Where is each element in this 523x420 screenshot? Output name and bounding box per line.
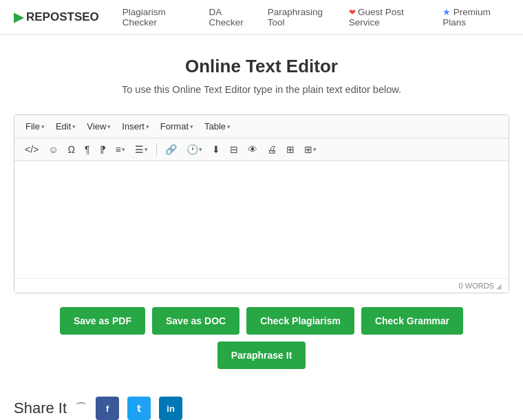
- share-twitter-button[interactable]: 𝕥: [127, 397, 151, 420]
- edit-menu[interactable]: Edit ▾: [52, 119, 80, 134]
- file-menu[interactable]: File ▾: [21, 119, 49, 134]
- special-chars-icon[interactable]: Ω: [65, 142, 78, 157]
- editor-textarea[interactable]: [14, 161, 509, 278]
- word-count-value: 0 WORDS: [459, 282, 494, 290]
- clock-icon[interactable]: 🕐 ▾: [183, 142, 206, 157]
- nav-paraphrasing-tool[interactable]: Paraphrasing Tool: [268, 7, 335, 28]
- code-icon[interactable]: </>: [21, 142, 42, 157]
- check-plagiarism-button[interactable]: Check Plagiarism: [246, 307, 354, 335]
- pilcrow-icon[interactable]: ⁋: [96, 142, 109, 157]
- table-grid-icon[interactable]: ⊞ ▾: [301, 142, 320, 157]
- format-menu[interactable]: Format ▾: [156, 119, 198, 134]
- editor-menubar: File ▾ Edit ▾ View ▾ Insert ▾ Format ▾ T…: [14, 115, 509, 138]
- edit-menu-chevron: ▾: [72, 123, 76, 130]
- link-icon[interactable]: 🔗: [162, 142, 180, 157]
- action-buttons-row: Save as PDF Save as DOC Check Plagiarism…: [14, 307, 509, 369]
- editor-container: File ▾ Edit ▾ View ▾ Insert ▾ Format ▾ T…: [14, 114, 509, 293]
- print-icon[interactable]: 🖨: [264, 142, 280, 157]
- nav-premium-plans[interactable]: Premium Plans: [442, 7, 509, 28]
- share-facebook-button[interactable]: f: [96, 397, 119, 420]
- share-label: Share It: [14, 399, 67, 417]
- page-subtitle: To use this Online Text Editor type in t…: [14, 84, 509, 95]
- toolbar-separator-1: [156, 143, 157, 156]
- preview-icon[interactable]: 👁: [244, 142, 261, 157]
- paraphrase-button[interactable]: Paraphrase It: [217, 342, 306, 369]
- share-section: Share It ⌒ f 𝕥 in: [14, 390, 509, 420]
- logo[interactable]: ▶ REPOSTSEO: [14, 10, 99, 25]
- download-icon[interactable]: ⬇: [209, 142, 224, 157]
- format-menu-chevron: ▾: [190, 123, 193, 130]
- table-menu-chevron: ▾: [227, 123, 231, 130]
- editor-toolbar: </> ☺ Ω ¶ ⁋ ≡ ▾ ☰ ▾ 🔗 🕐 ▾ ⬇ ⊟ 👁 🖨 ⊞ ⊞ ▾: [14, 138, 509, 161]
- check-grammar-button[interactable]: Check Grammar: [361, 307, 463, 335]
- word-count-bar: 0 WORDS ◢: [14, 278, 509, 293]
- insert-menu[interactable]: Insert ▾: [118, 119, 153, 134]
- share-arrow-icon: ⌒: [75, 400, 87, 417]
- save-pdf-button[interactable]: Save as PDF: [60, 307, 145, 335]
- page-title: Online Text Editor: [14, 56, 509, 77]
- save-doc-button[interactable]: Save as DOC: [152, 307, 239, 335]
- resize-handle-icon[interactable]: ◢: [496, 282, 502, 290]
- insert-menu-chevron: ▾: [146, 123, 149, 130]
- view-menu[interactable]: View ▾: [83, 119, 115, 134]
- file-menu-chevron: ▾: [41, 123, 45, 130]
- navbar: ▶ REPOSTSEO Plagiarism Checker DA Checke…: [0, 0, 523, 35]
- table-menu[interactable]: Table ▾: [200, 119, 235, 134]
- logo-text: REPOSTSEO: [26, 10, 99, 24]
- unordered-list-icon[interactable]: ☰ ▾: [131, 142, 151, 157]
- emoji-icon[interactable]: ☺: [45, 142, 61, 157]
- nav-guest-post-service[interactable]: Guest Post Service: [349, 7, 429, 28]
- share-linkedin-button[interactable]: in: [159, 397, 182, 420]
- main-content: Online Text Editor To use this Online Te…: [0, 35, 523, 420]
- logo-arrow-icon: ▶: [14, 10, 23, 25]
- paragraph-icon[interactable]: ¶: [81, 142, 94, 157]
- view-menu-chevron: ▾: [107, 123, 111, 130]
- twitter-icon: 𝕥: [137, 403, 141, 414]
- nav-plagiarism-checker[interactable]: Plagiarism Checker: [122, 7, 195, 28]
- find-replace-icon[interactable]: ⊞: [283, 142, 298, 157]
- nav-da-checker[interactable]: DA Checker: [209, 7, 254, 28]
- horizontal-rule-icon[interactable]: ⊟: [226, 142, 242, 157]
- nav-links: Plagiarism Checker DA Checker Paraphrasi…: [122, 7, 509, 28]
- ordered-list-icon[interactable]: ≡ ▾: [112, 142, 129, 157]
